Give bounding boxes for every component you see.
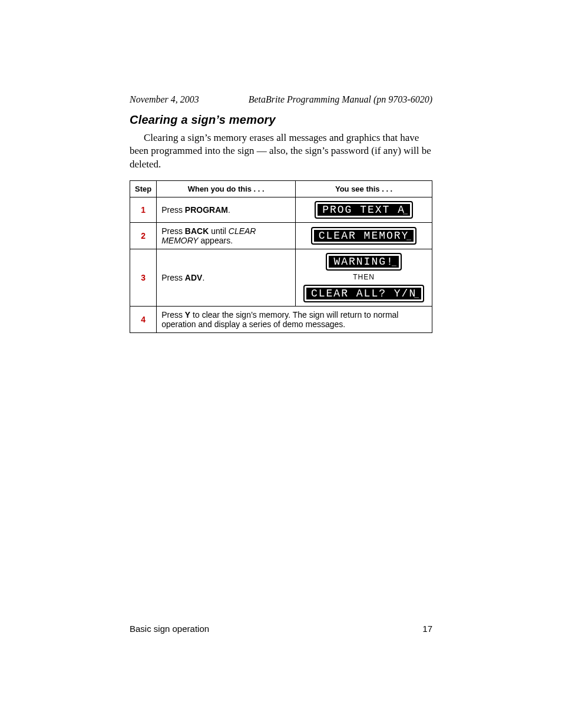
table-row: 2 Press BACK until CLEAR MEMORY appears.… <box>130 223 432 249</box>
header-manual-title: BetaBrite Programming Manual (pn 9703-60… <box>249 94 432 105</box>
footer-section: Basic sign operation <box>130 624 209 634</box>
do-cell: Press ADV. <box>157 249 296 307</box>
col-header-see: You see this . . . <box>296 181 432 197</box>
table-row: 4 Press Y to clear the sign’s memory. Th… <box>130 307 432 333</box>
then-label: THEN <box>300 273 427 281</box>
text: appears. <box>199 236 233 245</box>
see-cell: CLEAR MEMORY <box>296 223 432 249</box>
table-row: 1 Press PROGRAM. PROG TEXT A <box>130 197 432 223</box>
key-name: Y <box>185 310 190 319</box>
text: Press <box>161 273 185 282</box>
led-sign: WARNING! <box>326 253 401 271</box>
text: Press <box>161 205 185 215</box>
header-date: November 4, 2003 <box>130 94 199 105</box>
led-sign-text: CLEAR ALL? Y/N <box>306 288 421 299</box>
text: Press <box>161 310 185 319</box>
key-name: PROGRAM <box>185 205 228 215</box>
led-sign-text: CLEAR MEMORY <box>314 230 414 242</box>
text: . <box>228 205 230 215</box>
text: Press <box>161 226 185 236</box>
step-number: 2 <box>130 223 157 249</box>
do-cell-full: Press Y to clear the sign’s memory. The … <box>157 307 432 333</box>
step-number: 1 <box>130 197 157 223</box>
table-row: 3 Press ADV. WARNING! THEN CLEAR ALL? Y/… <box>130 249 432 307</box>
intro-paragraph: Clearing a sign’s memory erases all mess… <box>130 131 432 171</box>
step-number: 3 <box>130 249 157 307</box>
col-header-step: Step <box>130 181 157 197</box>
table-header-row: Step When you do this . . . You see this… <box>130 181 432 197</box>
led-sign-text: WARNING! <box>329 256 398 268</box>
led-sign-text: PROG TEXT A <box>318 204 410 216</box>
key-name: BACK <box>185 226 209 236</box>
section-title: Clearing a sign’s memory <box>130 113 432 127</box>
do-cell: Press BACK until CLEAR MEMORY appears. <box>157 223 296 249</box>
text: to clear the sign’s memory. The sign wil… <box>161 310 398 329</box>
key-name: ADV <box>185 273 203 282</box>
led-sign: PROG TEXT A <box>315 201 413 219</box>
footer-page-number: 17 <box>422 624 432 634</box>
see-cell: PROG TEXT A <box>296 197 432 223</box>
step-number: 4 <box>130 307 157 333</box>
page: November 4, 2003 BetaBrite Programming M… <box>0 0 562 728</box>
col-header-do: When you do this . . . <box>157 181 296 197</box>
led-sign: CLEAR ALL? Y/N <box>303 285 424 302</box>
text: until <box>209 226 228 236</box>
steps-table: Step When you do this . . . You see this… <box>130 180 432 333</box>
page-footer: Basic sign operation 17 <box>130 624 432 634</box>
text: . <box>202 273 204 282</box>
see-cell: WARNING! THEN CLEAR ALL? Y/N <box>296 249 432 307</box>
running-header: November 4, 2003 BetaBrite Programming M… <box>130 94 432 105</box>
do-cell: Press PROGRAM. <box>157 197 296 223</box>
led-sign: CLEAR MEMORY <box>311 227 417 245</box>
